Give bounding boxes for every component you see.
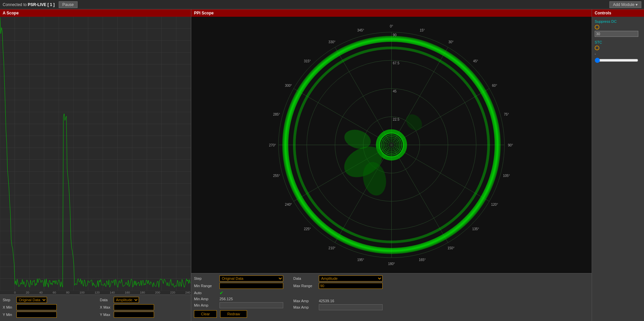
ppi-minamp-value: 256.125	[219, 297, 246, 301]
stc-slider[interactable]	[595, 58, 638, 63]
step-select[interactable]: Original Data Processed	[16, 297, 47, 303]
ymin-input[interactable]	[16, 312, 57, 318]
controls-panel: Controls Suppress DC STC -	[592, 9, 644, 321]
pause-button[interactable]: Pause	[59, 1, 78, 8]
suppress-dc-toggle[interactable]	[595, 25, 599, 29]
ppi-data-select[interactable]: Amplitude	[319, 275, 383, 281]
ymax-label: Y Max	[100, 313, 112, 317]
x-axis-label: 160	[125, 291, 130, 294]
x-axis-label: 20	[26, 291, 29, 294]
suppress-dc-label: Suppress DC	[595, 19, 641, 23]
xmax-input[interactable]	[114, 304, 154, 310]
ymax-input[interactable]	[114, 312, 154, 318]
redraw-button[interactable]: Redraw	[220, 310, 247, 318]
data-label: Data	[100, 298, 112, 302]
xmin-input[interactable]	[16, 304, 57, 310]
ppiscope-header: PPI Scope	[191, 9, 592, 17]
ppi-minamp-label: Min Amp	[194, 297, 217, 301]
ascope-header: A Scope	[0, 9, 191, 17]
clear-button[interactable]: Clear	[194, 310, 217, 318]
ascope-chart: 0200040006000800010000120001400016000180…	[0, 17, 191, 291]
stc-label: STC	[595, 40, 641, 44]
ppi-maxamp-input-label: Max Amp	[293, 305, 317, 309]
x-axis-label: 100	[80, 291, 85, 294]
topbar: Connected to PSR-LIVE [ 1 ] Pause Add Mo…	[0, 0, 644, 9]
ascope-canvas	[0, 17, 191, 291]
ppi-maxrange-label: Max Range	[293, 284, 317, 288]
x-axis-label: 140	[110, 291, 115, 294]
ppiscope-panel: PPI Scope Step Original Data Min Range	[191, 9, 592, 321]
ascope-panel: A Scope 02000400060008000100001200014000…	[0, 9, 191, 321]
x-axis-label: 220	[170, 291, 175, 294]
controls-header: Controls	[592, 9, 644, 17]
ppi-auto-label: Auto	[194, 291, 217, 295]
ppiscope-chart	[191, 17, 592, 273]
suppress-dc-value[interactable]	[595, 31, 638, 37]
ppi-maxamp-input[interactable]	[319, 304, 383, 310]
x-axis-label: 40	[39, 291, 43, 294]
xmax-label: X Max	[100, 305, 112, 309]
x-axis-label: 80	[66, 291, 69, 294]
ppi-minamp-input-label: Min Amp	[194, 303, 217, 307]
add-module-button[interactable]: Add Module ▾	[609, 1, 641, 8]
controls-content: Suppress DC STC -	[592, 17, 644, 321]
ppi-maxamp-value: 42539.16	[319, 299, 346, 303]
connection-status: Connected to PSR-LIVE [ 1 ]	[3, 2, 55, 7]
ascope-controls: Step Original Data Processed Data Amplit…	[0, 295, 191, 321]
ppi-canvas	[191, 17, 592, 273]
ppi-auto-check[interactable]: ✔	[219, 290, 224, 296]
ppi-minrange-label: Min Range	[194, 284, 217, 288]
ppi-data-label: Data	[293, 276, 317, 280]
ppi-minamp-input[interactable]	[219, 302, 283, 308]
x-axis-label: 60	[53, 291, 56, 294]
main-layout: A Scope 02000400060008000100001200014000…	[0, 9, 644, 321]
x-axis-label: 0	[14, 291, 16, 294]
step-label: Step	[3, 298, 14, 302]
ppi-step-label: Step	[194, 276, 217, 280]
ppi-controls: Step Original Data Min Range Auto ✔	[191, 273, 592, 321]
x-axis-label: 180	[140, 291, 145, 294]
x-axis-label: 120	[95, 291, 100, 294]
x-axis-label: 200	[155, 291, 160, 294]
xmin-label: X Min	[3, 305, 14, 309]
stc-value-label: -	[595, 52, 641, 56]
ymin-label: Y Min	[3, 313, 14, 317]
ppi-step-select[interactable]: Original Data	[219, 275, 283, 281]
x-axis-label: 240	[185, 291, 190, 294]
data-select[interactable]: Amplitude Phase	[114, 297, 139, 303]
ppi-maxrange-input[interactable]	[319, 283, 383, 289]
ppi-maxamp-label: Max Amp	[293, 299, 317, 303]
x-axis-labels: 020406080100120140160180200220240	[0, 291, 191, 295]
ppi-minrange-input[interactable]	[219, 283, 283, 289]
stc-toggle[interactable]	[595, 46, 599, 50]
